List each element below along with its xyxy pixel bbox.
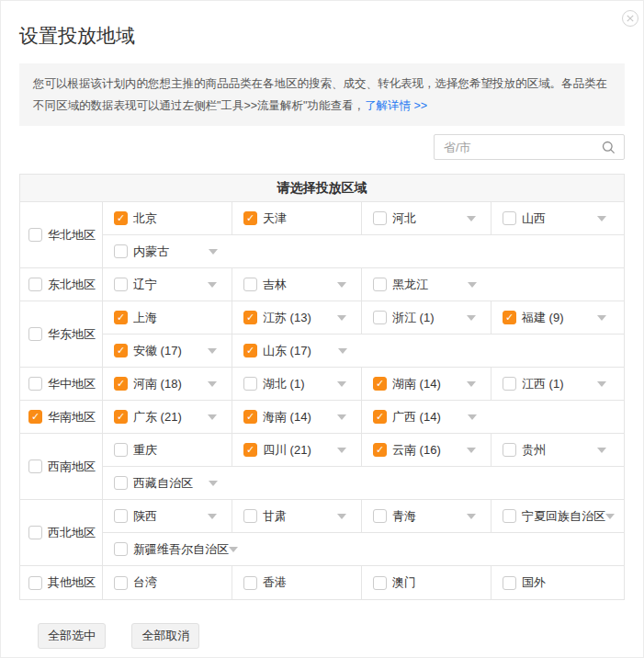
province-checkbox[interactable]: ✓ <box>243 344 257 357</box>
search-icon[interactable] <box>602 141 616 154</box>
cancel-all-button[interactable]: 全部取消 <box>131 623 199 649</box>
province-label[interactable]: 新疆维吾尔自治区 <box>133 541 229 558</box>
province-checkbox[interactable]: ✓ <box>373 443 387 457</box>
province-checkbox[interactable]: ✓ <box>114 344 128 357</box>
province-checkbox[interactable] <box>373 311 387 324</box>
dropdown-arrow-icon[interactable] <box>468 414 477 420</box>
region-checkbox[interactable] <box>28 278 42 291</box>
province-label[interactable]: 内蒙古 <box>133 244 169 260</box>
province-label[interactable]: 黑龙江 <box>392 277 428 293</box>
dropdown-arrow-icon[interactable] <box>337 514 346 519</box>
region-label[interactable]: 华北地区 <box>48 227 96 244</box>
province-label[interactable]: 海南 (14) <box>263 409 311 425</box>
region-label[interactable]: 西北地区 <box>48 525 96 541</box>
dropdown-arrow-icon[interactable] <box>208 348 217 354</box>
province-checkbox[interactable]: ✓ <box>114 410 128 424</box>
province-checkbox[interactable] <box>114 443 128 457</box>
province-checkbox[interactable] <box>503 576 516 590</box>
dropdown-arrow-icon[interactable] <box>229 547 238 552</box>
dropdown-arrow-icon[interactable] <box>467 514 476 519</box>
dropdown-arrow-icon[interactable] <box>597 315 606 321</box>
dropdown-arrow-icon[interactable] <box>337 315 346 321</box>
dropdown-arrow-icon[interactable] <box>338 348 347 354</box>
dropdown-arrow-icon[interactable] <box>597 448 606 453</box>
dropdown-arrow-icon[interactable] <box>597 381 606 387</box>
province-checkbox[interactable]: ✓ <box>243 311 257 324</box>
dropdown-arrow-icon[interactable] <box>337 282 346 288</box>
region-label[interactable]: 东北地区 <box>48 277 96 293</box>
province-label[interactable]: 湖南 (14) <box>392 376 441 392</box>
dropdown-arrow-icon[interactable] <box>209 249 218 255</box>
province-label[interactable]: 青海 <box>392 508 416 525</box>
province-label[interactable]: 广西 (14) <box>392 409 441 425</box>
region-checkbox[interactable] <box>28 228 42 242</box>
province-label[interactable]: 吉林 <box>263 277 287 293</box>
dropdown-arrow-icon[interactable] <box>337 381 346 387</box>
province-checkbox[interactable] <box>114 476 128 490</box>
dropdown-arrow-icon[interactable] <box>208 282 217 288</box>
province-checkbox[interactable] <box>243 278 257 291</box>
province-label[interactable]: 西藏自治区 <box>133 475 193 492</box>
province-label[interactable]: 四川 (21) <box>263 442 311 459</box>
province-label[interactable]: 国外 <box>522 574 546 591</box>
province-checkbox[interactable] <box>114 509 128 523</box>
province-checkbox[interactable] <box>243 576 257 590</box>
dropdown-arrow-icon[interactable] <box>467 315 476 321</box>
dropdown-arrow-icon[interactable] <box>208 514 217 519</box>
region-checkbox[interactable]: ✓ <box>28 410 42 424</box>
province-checkbox[interactable] <box>373 509 387 523</box>
province-label[interactable]: 北京 <box>133 210 157 227</box>
dropdown-arrow-icon[interactable] <box>468 282 477 288</box>
region-label[interactable]: 华南地区 <box>48 409 96 425</box>
search-input[interactable] <box>435 141 602 154</box>
province-checkbox[interactable]: ✓ <box>503 311 516 324</box>
region-checkbox[interactable] <box>28 526 42 539</box>
dropdown-arrow-icon[interactable] <box>467 381 476 387</box>
province-label[interactable]: 宁夏回族自治区 <box>522 508 605 525</box>
province-label[interactable]: 福建 (9) <box>522 310 564 326</box>
province-checkbox[interactable] <box>373 278 387 291</box>
province-label[interactable]: 安徽 (17) <box>133 343 182 359</box>
province-label[interactable]: 云南 (16) <box>392 442 441 459</box>
province-label[interactable]: 浙江 (1) <box>392 310 435 326</box>
province-label[interactable]: 香港 <box>263 574 287 591</box>
province-label[interactable]: 天津 <box>263 210 287 227</box>
province-checkbox[interactable] <box>373 211 387 225</box>
region-checkbox[interactable] <box>28 576 42 590</box>
region-checkbox[interactable] <box>28 377 42 391</box>
region-label[interactable]: 西南地区 <box>48 459 96 475</box>
province-checkbox[interactable] <box>503 443 516 457</box>
province-checkbox[interactable] <box>503 509 516 523</box>
province-label[interactable]: 河北 <box>392 210 416 227</box>
province-label[interactable]: 贵州 <box>522 442 546 459</box>
region-label[interactable]: 其他地区 <box>48 574 96 591</box>
province-label[interactable]: 广东 (21) <box>133 409 182 425</box>
province-label[interactable]: 陕西 <box>133 508 157 525</box>
province-checkbox[interactable] <box>243 509 257 523</box>
region-label[interactable]: 华东地区 <box>48 326 96 343</box>
dropdown-arrow-icon[interactable] <box>467 216 476 221</box>
dropdown-arrow-icon[interactable] <box>208 381 217 387</box>
province-checkbox[interactable]: ✓ <box>243 211 257 225</box>
province-checkbox[interactable]: ✓ <box>243 410 257 424</box>
province-label[interactable]: 辽宁 <box>133 277 157 293</box>
province-checkbox[interactable] <box>114 576 128 590</box>
province-label[interactable]: 重庆 <box>133 442 157 459</box>
province-checkbox[interactable] <box>114 244 128 258</box>
close-icon[interactable] <box>621 9 639 28</box>
region-label[interactable]: 华中地区 <box>48 376 96 392</box>
province-label[interactable]: 澳门 <box>392 574 416 591</box>
province-checkbox[interactable]: ✓ <box>373 377 387 391</box>
province-checkbox[interactable] <box>114 542 128 556</box>
dropdown-arrow-icon[interactable] <box>208 414 217 420</box>
dropdown-arrow-icon[interactable] <box>337 414 346 420</box>
province-label[interactable]: 江西 (1) <box>522 376 564 392</box>
province-checkbox[interactable]: ✓ <box>114 377 128 391</box>
province-checkbox[interactable] <box>373 576 387 590</box>
province-checkbox[interactable] <box>503 377 516 391</box>
province-label[interactable]: 江苏 (13) <box>263 310 311 326</box>
dropdown-arrow-icon[interactable] <box>337 448 346 453</box>
province-label[interactable]: 湖北 (1) <box>263 376 305 392</box>
province-checkbox[interactable]: ✓ <box>114 211 128 225</box>
province-checkbox[interactable]: ✓ <box>373 410 387 424</box>
